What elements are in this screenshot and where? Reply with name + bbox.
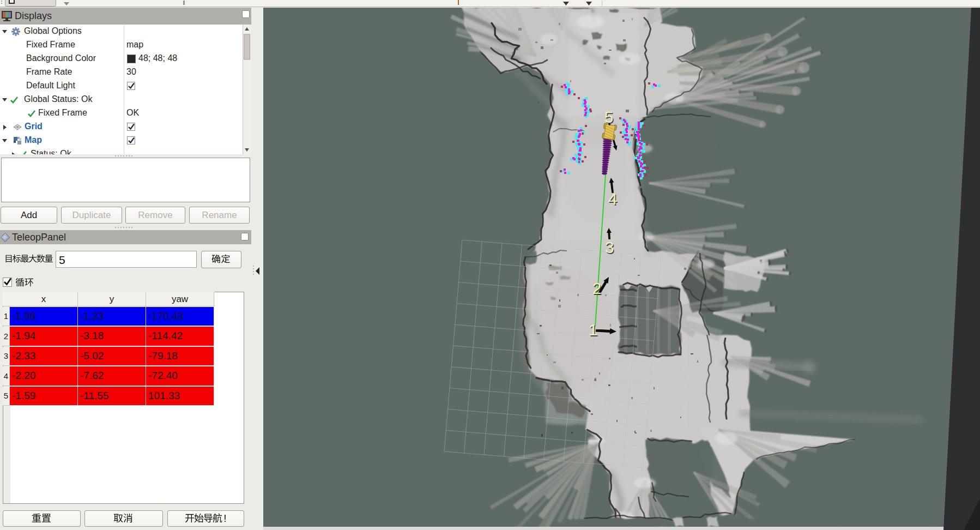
svg-text:2: 2	[592, 279, 602, 297]
svg-text:3: 3	[605, 238, 614, 256]
svg-text:4: 4	[608, 190, 618, 208]
svg-text:1: 1	[589, 321, 598, 339]
